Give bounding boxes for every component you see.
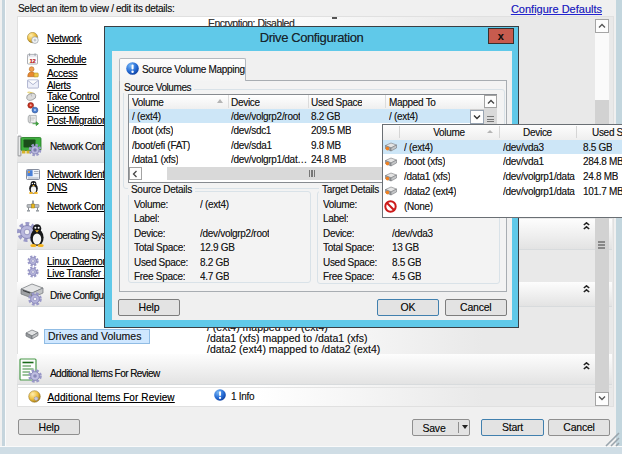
svg-text:12: 12 xyxy=(29,57,36,63)
